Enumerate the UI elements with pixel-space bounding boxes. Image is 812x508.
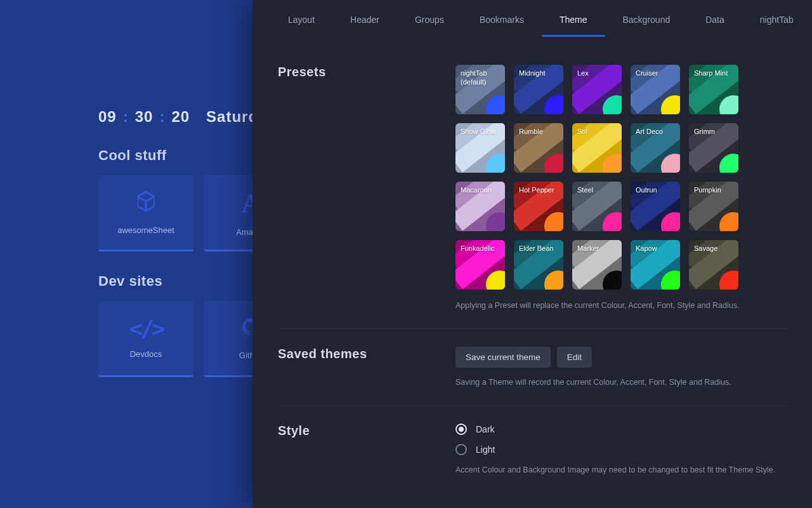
clock-seconds: 20 [171, 108, 190, 126]
save-theme-button[interactable]: Save current theme [455, 347, 551, 368]
clock-minutes: 30 [135, 108, 154, 126]
tab-background[interactable]: Background [605, 2, 688, 37]
preset-grid: nightTab (default)MidnightLexCruiserShar… [455, 65, 787, 290]
bookmark-tile[interactable]: </> Devdocs [98, 301, 193, 377]
d20-icon [134, 190, 157, 217]
theme-preset[interactable]: Hot Pepper [514, 182, 563, 231]
preset-label: Grimm [694, 127, 735, 136]
settings-body[interactable]: Presets nightTab (default)MidnightLexCru… [252, 38, 812, 508]
edit-themes-button[interactable]: Edit [557, 347, 592, 368]
tile-label: Devdocs [130, 349, 162, 359]
clock-separator: : [123, 108, 129, 126]
preset-label: Pumpkin [694, 185, 735, 194]
tab-groups[interactable]: Groups [397, 2, 462, 37]
preset-label: Marker [577, 244, 618, 253]
preset-label: Rumble [519, 127, 560, 136]
tab-layout[interactable]: Layout [270, 2, 332, 37]
preset-label: Macaroon [461, 185, 501, 194]
theme-preset[interactable]: Funkadelic [455, 240, 505, 290]
preset-label: Snow Glow [461, 127, 501, 136]
theme-preset[interactable]: Cruiser [631, 65, 680, 114]
theme-preset[interactable]: Elder Bean [514, 240, 563, 290]
bookmark-tile[interactable]: awesomeSheet [98, 175, 193, 251]
radio-icon [455, 424, 467, 435]
theme-preset[interactable]: nightTab (default) [455, 65, 505, 114]
style-radio-dark[interactable]: Dark [455, 424, 787, 435]
theme-preset[interactable]: Lex [572, 65, 622, 114]
section-saved-themes: Saved themes Save current theme Edit Sav… [278, 337, 787, 406]
theme-preset[interactable]: Grimm [689, 123, 738, 173]
section-title: Presets [278, 65, 430, 312]
theme-preset[interactable]: Midnight [514, 65, 563, 114]
theme-preset[interactable]: Steel [572, 182, 622, 231]
settings-tabbar: Layout Header Groups Bookmarks Theme Bac… [252, 0, 812, 38]
saved-help-text: Saving a Theme will record the current C… [455, 377, 787, 389]
section-title: Style [278, 424, 430, 476]
tab-theme[interactable]: Theme [542, 2, 605, 37]
style-help-text: Accent Colour and Background Image may n… [455, 464, 787, 476]
preset-label: Midnight [519, 69, 560, 77]
theme-preset[interactable]: Snow Glow [455, 123, 505, 173]
preset-label: Outrun [636, 185, 676, 194]
preset-label: Elder Bean [519, 244, 560, 253]
radio-label: Light [476, 444, 495, 455]
preset-label: Funkadelic [461, 244, 501, 253]
preset-label: Kapow [636, 244, 676, 253]
tile-label: awesomeSheet [117, 225, 174, 235]
preset-label: Cruiser [636, 69, 676, 77]
preset-label: nightTab (default) [461, 69, 501, 87]
preset-label: Hot Pepper [519, 185, 560, 194]
preset-label: Art Deco [636, 127, 676, 136]
theme-preset[interactable]: Art Deco [631, 123, 680, 173]
tab-header[interactable]: Header [332, 2, 397, 37]
theme-preset[interactable]: Rumble [514, 123, 563, 173]
section-presets: Presets nightTab (default)MidnightLexCru… [278, 55, 787, 329]
theme-preset[interactable]: Kapow [631, 240, 680, 290]
preset-label: Lex [577, 69, 618, 77]
theme-preset[interactable]: Marker [572, 240, 622, 290]
tab-bookmarks[interactable]: Bookmarks [462, 2, 542, 37]
clock-separator: : [159, 108, 165, 126]
section-style: Style Dark Light Accent Colour and Backg… [278, 413, 787, 493]
settings-panel: Layout Header Groups Bookmarks Theme Bac… [252, 0, 812, 508]
preset-label: Sharp Mint [694, 69, 735, 77]
radio-icon [455, 444, 467, 455]
tab-data[interactable]: Data [688, 2, 742, 37]
preset-label: Sol [577, 127, 618, 136]
section-title: Saved themes [278, 347, 430, 389]
theme-preset[interactable]: Sharp Mint [689, 65, 738, 114]
radio-label: Dark [476, 424, 495, 434]
theme-preset[interactable]: Outrun [631, 182, 680, 231]
preset-label: Steel [577, 185, 618, 194]
preset-label: Savage [694, 244, 735, 253]
code-icon: </> [129, 318, 162, 340]
theme-preset[interactable]: Pumpkin [689, 182, 738, 231]
theme-preset[interactable]: Sol [572, 123, 622, 173]
theme-preset[interactable]: Savage [689, 240, 738, 290]
tab-nighttab[interactable]: nightTab [742, 2, 811, 37]
theme-preset[interactable]: Macaroon [455, 182, 505, 231]
presets-help-text: Applying a Preset will replace the curre… [455, 300, 787, 312]
style-radio-light[interactable]: Light [455, 444, 787, 455]
clock-hours: 09 [98, 108, 117, 126]
